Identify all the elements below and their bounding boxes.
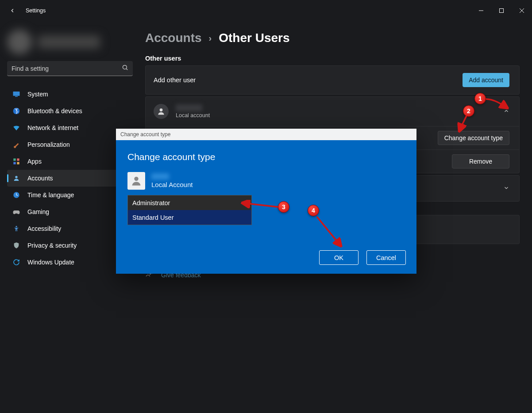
svg-rect-7 (13, 162, 15, 164)
breadcrumb-current: Other Users (219, 31, 289, 45)
sidebar-item-label: System (27, 91, 48, 98)
remove-button[interactable]: Remove (452, 154, 509, 168)
svg-point-15 (134, 177, 138, 181)
annotation-arrow-1 (485, 96, 511, 111)
svg-rect-3 (15, 96, 18, 97)
btn-label: Change account type (444, 134, 503, 141)
annotation-arrow-2 (456, 115, 474, 134)
svg-point-11 (15, 226, 17, 227)
user-avatar-icon (154, 104, 169, 119)
window-controls (471, 4, 532, 18)
sidebar-item-apps[interactable]: Apps (7, 153, 133, 170)
btn-label: Add account (469, 76, 503, 84)
sidebar-item-label: Network & internet (27, 124, 78, 131)
accessibility-icon (12, 225, 20, 233)
sidebar-item-accounts[interactable]: Accounts (7, 170, 133, 187)
apps-icon (12, 157, 20, 165)
sidebar-item-label: Apps (27, 158, 42, 165)
sidebar-item-gaming[interactable]: Gaming (7, 203, 133, 220)
sidebar-item-label: Time & language (27, 191, 74, 199)
svg-point-1 (123, 65, 127, 69)
dialog-user-avatar-icon (127, 172, 145, 190)
sidebar-item-accessibility[interactable]: Accessibility (7, 220, 133, 237)
option-label: Administrator (132, 199, 170, 206)
sidebar-item-label: Personalization (27, 141, 70, 148)
sidebar-item-label: Accessibility (27, 225, 61, 232)
window-title: Settings (26, 8, 471, 14)
annotation-arrow-4 (315, 216, 346, 250)
dialog-user-sub: Local Account (151, 181, 193, 188)
user-name (38, 35, 100, 49)
account-type-dropdown[interactable]: Administrator Standard User (127, 195, 252, 225)
svg-rect-0 (500, 9, 504, 13)
sidebar-item-label: Accounts (27, 175, 53, 182)
breadcrumb-parent[interactable]: Accounts (145, 31, 202, 45)
update-icon (12, 258, 20, 266)
profile-block (7, 27, 133, 57)
clock-icon (12, 191, 20, 199)
annotation-arrow-3 (239, 200, 281, 210)
sidebar-item-label: Privacy & security (27, 242, 77, 249)
title-bar: Settings (0, 0, 532, 21)
svg-rect-2 (13, 92, 20, 96)
btn-label: Cancel (376, 254, 396, 261)
bluetooth-icon (12, 107, 20, 115)
chevron-down-icon (503, 185, 509, 192)
sidebar-item-label: Windows Update (27, 259, 74, 266)
add-other-user-label: Add other user (154, 76, 455, 84)
sidebar-item-label: Bluetooth & devices (27, 107, 82, 115)
account-type-label: Local account (176, 112, 496, 119)
dropdown-option-standard-user[interactable]: Standard User (128, 210, 251, 225)
sidebar-item-privacy[interactable]: Privacy & security (7, 237, 133, 254)
breadcrumb: Accounts › Other Users (145, 31, 520, 45)
sidebar-item-network[interactable]: Network & internet (7, 119, 133, 136)
search-box[interactable] (7, 61, 133, 76)
svg-point-9 (15, 176, 17, 178)
svg-rect-6 (17, 158, 19, 161)
sidebar-item-update[interactable]: Windows Update (7, 254, 133, 271)
add-account-button[interactable]: Add account (463, 73, 509, 87)
back-button[interactable] (7, 5, 18, 16)
brush-icon (12, 141, 20, 149)
annotation-4: 4 (308, 205, 319, 216)
annotation-1: 1 (474, 93, 486, 104)
sidebar-item-time[interactable]: Time & language (7, 187, 133, 203)
shield-icon (12, 241, 20, 249)
add-other-user-card: Add other user Add account (145, 65, 520, 95)
btn-label: OK (334, 254, 343, 261)
gamepad-icon (12, 208, 20, 216)
sidebar-item-bluetooth[interactable]: Bluetooth & devices (7, 103, 133, 119)
dropdown-option-administrator[interactable]: Administrator (128, 195, 251, 210)
svg-rect-8 (17, 162, 19, 164)
sidebar-item-personalization[interactable]: Personalization (7, 136, 133, 153)
dialog-user-name (151, 173, 169, 180)
maximize-button[interactable] (491, 4, 512, 18)
minimize-button[interactable] (471, 4, 491, 18)
sidebar-item-label: Gaming (27, 208, 49, 215)
svg-point-12 (160, 108, 163, 111)
close-button[interactable] (512, 4, 532, 18)
search-icon (122, 64, 128, 73)
avatar (7, 30, 32, 54)
svg-rect-5 (13, 158, 15, 161)
option-label: Standard User (132, 214, 174, 221)
dialog-heading: Change account type (127, 152, 405, 162)
search-input[interactable] (12, 65, 122, 72)
display-icon (12, 90, 20, 98)
sidebar-item-system[interactable]: System (7, 86, 133, 103)
section-label: Other users (145, 55, 520, 62)
cancel-button[interactable]: Cancel (366, 250, 406, 265)
ok-button[interactable]: OK (319, 250, 359, 265)
btn-label: Remove (469, 158, 492, 165)
user-name (176, 104, 202, 111)
breadcrumb-separator: › (209, 33, 212, 43)
person-icon (12, 174, 20, 182)
dialog-titlebar: Change account type (116, 129, 416, 140)
wifi-icon (12, 124, 20, 132)
nav-list: System Bluetooth & devices Network & int… (7, 86, 133, 271)
dialog-user: Local Account (127, 172, 405, 190)
